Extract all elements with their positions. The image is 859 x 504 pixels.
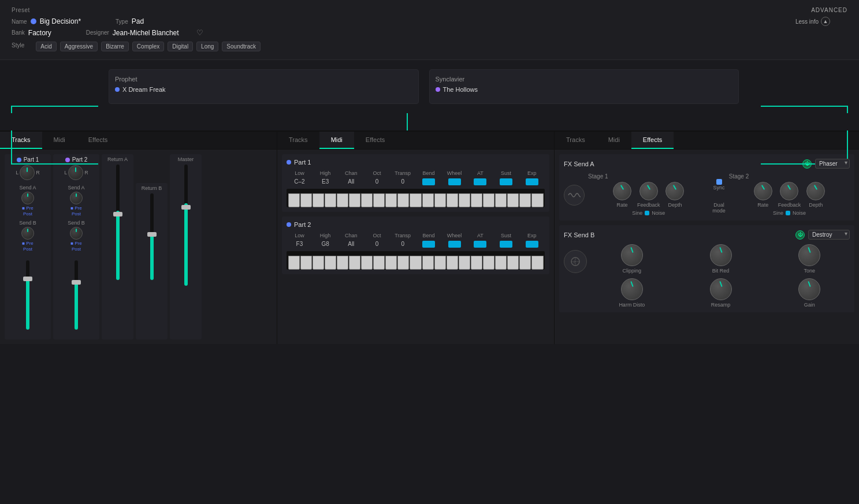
part2-prepost[interactable]: ■ PrePost <box>70 206 82 218</box>
part2-fader[interactable] <box>75 260 78 330</box>
name-label: Name <box>12 18 27 25</box>
phaser-rate2-knob[interactable] <box>754 182 772 200</box>
fx-send-a-title: FX Send A <box>564 160 594 167</box>
wheel-btn-1[interactable] <box>448 178 461 185</box>
phaser-depth-knob[interactable] <box>665 182 684 200</box>
sine-toggle-1[interactable] <box>645 211 649 215</box>
phaser-feedback-knob[interactable] <box>639 182 658 200</box>
at-btn-1[interactable] <box>474 178 486 185</box>
part2-sendb-label: Send B <box>68 220 85 226</box>
fx-send-a-dropdown[interactable]: Phaser Chorus Flanger <box>815 159 850 169</box>
phaser-depth-label: Depth <box>668 202 682 208</box>
part2-sendb-knob[interactable] <box>70 227 83 240</box>
tag-complex[interactable]: Complex <box>132 42 164 51</box>
preset-label: Preset <box>12 7 847 13</box>
at-btn-2[interactable] <box>474 241 486 248</box>
part1-fader[interactable] <box>26 260 29 330</box>
exp-btn-2[interactable] <box>526 241 538 248</box>
sust-btn-1[interactable] <box>500 178 512 185</box>
tab-right-effects[interactable]: Effects <box>631 132 674 149</box>
phaser-feedback-label: Feedback <box>637 202 660 208</box>
phaser-depth2-knob[interactable] <box>806 182 825 200</box>
tab-right-tracks[interactable]: Tracks <box>555 132 597 149</box>
fx-send-b-dropdown-wrap: Destroy Distortion Bitcrusher <box>808 230 850 240</box>
sync-dot[interactable] <box>716 179 722 185</box>
tone-knob[interactable] <box>798 244 820 266</box>
midi-content: Part 1 Low High Chan Oct Transp Bend Whe… <box>277 150 554 344</box>
tag-digital[interactable]: Digital <box>168 42 193 51</box>
midi-values-2: F3 G8 All 0 0 <box>287 241 545 248</box>
part2-senda-knob[interactable] <box>70 192 83 204</box>
tag-acid[interactable]: Acid <box>36 42 56 51</box>
synclavier-engine-label: Synclavier <box>436 76 733 83</box>
return-b-label: Return B <box>142 185 162 191</box>
clipping-knob-group: Clipping <box>592 244 672 274</box>
name-value[interactable]: Big Decision* <box>40 17 81 25</box>
style-tags: Acid Aggressive Bizarre Complex Digital … <box>36 42 261 51</box>
chevron-up-icon[interactable]: ▲ <box>821 17 830 26</box>
tab-center-midi[interactable]: Midi <box>319 132 354 149</box>
part1-prepost[interactable]: ■ PrePost <box>22 206 34 218</box>
tag-aggressive[interactable]: Aggressive <box>60 42 98 51</box>
tag-long[interactable]: Long <box>196 42 218 51</box>
tab-center-tracks[interactable]: Tracks <box>277 132 319 149</box>
bend-btn-2[interactable] <box>422 241 435 248</box>
type-value: Pad <box>132 17 144 25</box>
midi-part1: Part 1 Low High Chan Oct Transp Bend Whe… <box>282 154 549 212</box>
resamp-knob[interactable] <box>710 278 732 300</box>
midi-headers-2: Low High Chan Oct Transp Bend Wheel AT S… <box>287 233 545 238</box>
effects-content: FX Send A ⏻ Phaser Chorus Flanger <box>555 150 859 344</box>
tab-right-midi[interactable]: Midi <box>597 132 631 149</box>
tag-soundtrack[interactable]: Soundtrack <box>222 42 261 51</box>
favorite-icon[interactable]: ♡ <box>196 28 203 37</box>
bitred-knob[interactable] <box>710 244 732 266</box>
phaser-stage1: Stage 1 Rate Feedback <box>588 173 709 216</box>
sine-toggle-2[interactable] <box>786 211 790 215</box>
master-channel: Master <box>170 154 202 339</box>
part2-fader-container <box>75 253 78 337</box>
fx-send-b: FX Send B ⏻ Destroy Distortion Bitcrushe… <box>559 225 854 312</box>
phaser-depth2-knob-group: Depth <box>806 182 825 208</box>
destroy-knobs-grid: Clipping Bit Red Tone Harm Disto <box>592 244 850 308</box>
synclavier-preset-name: The Hollows <box>436 86 733 93</box>
phaser-stage2: Stage 2 Rate Feedback <box>729 173 850 216</box>
wheel-btn-2[interactable] <box>448 241 461 248</box>
part2-pan-knob[interactable] <box>68 165 83 180</box>
harmdisto-knob-group: Harm Disto <box>592 278 672 308</box>
clipping-knob[interactable] <box>621 244 643 266</box>
midi-headers-1: Low High Chan Oct Transp Bend Wheel AT S… <box>287 170 545 176</box>
advanced-label: ADVANCED <box>811 7 847 13</box>
fx-send-b-header: FX Send B ⏻ Destroy Distortion Bitcrushe… <box>564 230 850 240</box>
stage1-label: Stage 1 <box>588 173 709 180</box>
bend-btn-1[interactable] <box>422 178 435 185</box>
part1-fader-container <box>26 253 29 337</box>
clipping-label: Clipping <box>623 268 642 274</box>
destroy-icon: ♪ <box>564 250 587 273</box>
part1-prepost2[interactable]: ■ PrePost <box>22 241 34 253</box>
tag-bizarre[interactable]: Bizarre <box>101 42 129 51</box>
less-info-label[interactable]: Less info <box>795 18 819 25</box>
fx-send-b-power[interactable]: ⏻ <box>795 230 805 240</box>
tab-center-effects[interactable]: Effects <box>354 132 396 149</box>
fx-send-b-dropdown[interactable]: Destroy Distortion Bitcrusher <box>808 230 850 240</box>
harmdisto-label: Harm Disto <box>619 302 645 308</box>
exp-btn-1[interactable] <box>526 178 538 185</box>
master-fader[interactable] <box>184 165 188 286</box>
part2-prepost2[interactable]: ■ PrePost <box>70 241 82 253</box>
dual-mode-label: Dualmode <box>712 202 726 214</box>
sust-btn-2[interactable] <box>500 241 512 248</box>
part1-pan-knob[interactable] <box>20 165 35 180</box>
phaser-depth2-label: Depth <box>809 202 823 208</box>
return-a-fader[interactable] <box>116 165 120 280</box>
gain-knob[interactable] <box>798 278 820 300</box>
synclavier-card: Synclavier The Hollows <box>429 69 739 104</box>
harmdisto-knob[interactable] <box>621 278 643 300</box>
phaser-feedback2-knob[interactable] <box>780 182 798 200</box>
phaser-rate-knob[interactable] <box>613 182 631 200</box>
fx-send-b-title: FX Send B <box>564 232 594 238</box>
part1-sendb-knob[interactable] <box>21 227 34 240</box>
designer-label: Designer <box>86 29 109 36</box>
return-b-fader[interactable] <box>150 193 154 280</box>
gain-knob-group: Gain <box>769 278 850 308</box>
part1-senda-knob[interactable] <box>21 192 34 204</box>
